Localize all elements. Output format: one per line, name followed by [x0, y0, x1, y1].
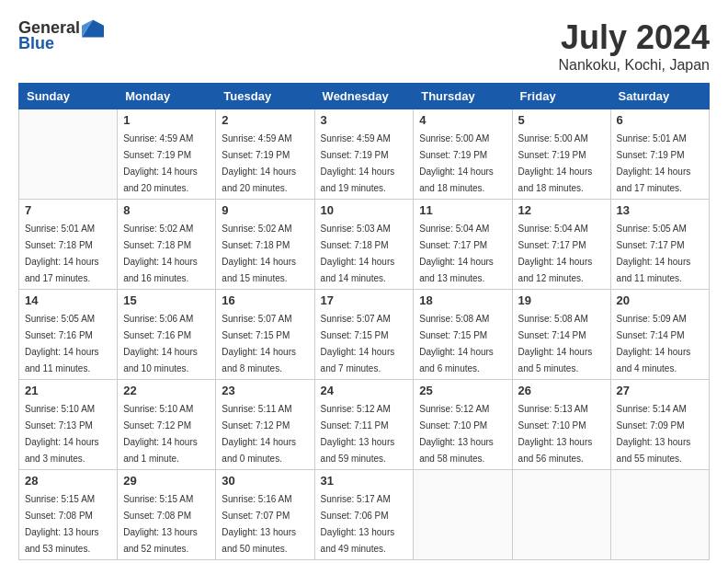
day-info: Sunrise: 5:05 AMSunset: 7:16 PMDaylight:… — [25, 314, 99, 373]
day-info: Sunrise: 5:15 AMSunset: 7:08 PMDaylight:… — [25, 494, 99, 554]
day-info: Sunrise: 5:14 AMSunset: 7:09 PMDaylight:… — [617, 404, 691, 464]
day-info: Sunrise: 4:59 AMSunset: 7:19 PMDaylight:… — [321, 133, 395, 193]
day-info: Sunrise: 5:08 AMSunset: 7:14 PMDaylight:… — [518, 314, 593, 373]
day-number: 8 — [123, 203, 210, 217]
day-number: 10 — [321, 203, 408, 217]
day-info: Sunrise: 5:09 AMSunset: 7:14 PMDaylight:… — [617, 314, 691, 373]
day-number: 15 — [123, 293, 210, 307]
day-number: 26 — [518, 384, 605, 397]
table-row — [512, 470, 610, 560]
day-info: Sunrise: 4:59 AMSunset: 7:19 PMDaylight:… — [123, 133, 198, 193]
table-row: 26 Sunrise: 5:13 AMSunset: 7:10 PMDaylig… — [512, 380, 610, 470]
day-info: Sunrise: 5:10 AMSunset: 7:12 PMDaylight:… — [123, 404, 198, 464]
logo-blue: Blue — [18, 34, 54, 53]
day-info: Sunrise: 5:05 AMSunset: 7:17 PMDaylight:… — [617, 224, 691, 283]
day-number: 5 — [518, 113, 605, 127]
location: Nankoku, Kochi, Japan — [558, 57, 710, 74]
day-info: Sunrise: 5:00 AMSunset: 7:19 PMDaylight:… — [419, 133, 494, 193]
day-info: Sunrise: 5:00 AMSunset: 7:19 PMDaylight:… — [518, 133, 593, 193]
day-number: 31 — [321, 474, 408, 488]
calendar: Sunday Monday Tuesday Wednesday Thursday… — [18, 83, 710, 560]
day-number: 19 — [518, 293, 605, 307]
day-number: 1 — [123, 113, 210, 127]
day-number: 21 — [25, 384, 111, 397]
logo-icon — [82, 19, 104, 38]
day-number: 16 — [222, 293, 308, 307]
calendar-week-5: 28 Sunrise: 5:15 AMSunset: 7:08 PMDaylig… — [19, 470, 710, 560]
table-row: 13 Sunrise: 5:05 AMSunset: 7:17 PMDaylig… — [610, 200, 709, 290]
day-info: Sunrise: 5:01 AMSunset: 7:18 PMDaylight:… — [25, 224, 99, 283]
day-number: 24 — [321, 384, 408, 397]
day-number: 30 — [222, 474, 308, 488]
day-number: 2 — [222, 113, 308, 127]
table-row: 6 Sunrise: 5:01 AMSunset: 7:19 PMDayligh… — [610, 109, 709, 200]
day-info: Sunrise: 5:02 AMSunset: 7:18 PMDaylight:… — [123, 224, 198, 283]
logo: General Blue — [18, 18, 104, 53]
table-row: 24 Sunrise: 5:12 AMSunset: 7:11 PMDaylig… — [314, 380, 414, 470]
table-row: 8 Sunrise: 5:02 AMSunset: 7:18 PMDayligh… — [118, 200, 216, 290]
table-row: 27 Sunrise: 5:14 AMSunset: 7:09 PMDaylig… — [610, 380, 709, 470]
table-row: 12 Sunrise: 5:04 AMSunset: 7:17 PMDaylig… — [512, 200, 610, 290]
col-friday: Friday — [512, 84, 610, 109]
table-row: 15 Sunrise: 5:06 AMSunset: 7:16 PMDaylig… — [118, 290, 216, 380]
table-row: 2 Sunrise: 4:59 AMSunset: 7:19 PMDayligh… — [216, 109, 314, 200]
table-row: 20 Sunrise: 5:09 AMSunset: 7:14 PMDaylig… — [610, 290, 709, 380]
day-info: Sunrise: 5:13 AMSunset: 7:10 PMDaylight:… — [518, 404, 593, 464]
calendar-week-4: 21 Sunrise: 5:10 AMSunset: 7:13 PMDaylig… — [19, 380, 710, 470]
table-row: 10 Sunrise: 5:03 AMSunset: 7:18 PMDaylig… — [314, 200, 414, 290]
day-info: Sunrise: 5:10 AMSunset: 7:13 PMDaylight:… — [25, 404, 99, 464]
day-number: 12 — [518, 203, 605, 217]
table-row: 30 Sunrise: 5:16 AMSunset: 7:07 PMDaylig… — [216, 470, 314, 560]
table-row: 17 Sunrise: 5:07 AMSunset: 7:15 PMDaylig… — [314, 290, 414, 380]
table-row: 28 Sunrise: 5:15 AMSunset: 7:08 PMDaylig… — [19, 470, 118, 560]
table-row: 31 Sunrise: 5:17 AMSunset: 7:06 PMDaylig… — [314, 470, 414, 560]
day-info: Sunrise: 5:12 AMSunset: 7:10 PMDaylight:… — [419, 404, 494, 464]
col-sunday: Sunday — [19, 84, 118, 109]
table-row: 1 Sunrise: 4:59 AMSunset: 7:19 PMDayligh… — [118, 109, 216, 200]
page-header: General Blue July 2024 Nankoku, Kochi, J… — [18, 18, 710, 74]
day-number: 6 — [617, 113, 703, 127]
col-saturday: Saturday — [610, 84, 709, 109]
table-row: 18 Sunrise: 5:08 AMSunset: 7:15 PMDaylig… — [414, 290, 512, 380]
table-row: 7 Sunrise: 5:01 AMSunset: 7:18 PMDayligh… — [19, 200, 118, 290]
month-title: July 2024 — [558, 18, 710, 57]
table-row: 5 Sunrise: 5:00 AMSunset: 7:19 PMDayligh… — [512, 109, 610, 200]
day-info: Sunrise: 5:01 AMSunset: 7:19 PMDaylight:… — [617, 133, 691, 193]
table-row: 11 Sunrise: 5:04 AMSunset: 7:17 PMDaylig… — [414, 200, 512, 290]
table-row: 14 Sunrise: 5:05 AMSunset: 7:16 PMDaylig… — [19, 290, 118, 380]
day-info: Sunrise: 5:02 AMSunset: 7:18 PMDaylight:… — [222, 224, 296, 283]
day-info: Sunrise: 5:11 AMSunset: 7:12 PMDaylight:… — [222, 404, 296, 464]
day-info: Sunrise: 5:06 AMSunset: 7:16 PMDaylight:… — [123, 314, 198, 373]
calendar-week-3: 14 Sunrise: 5:05 AMSunset: 7:16 PMDaylig… — [19, 290, 710, 380]
day-info: Sunrise: 5:07 AMSunset: 7:15 PMDaylight:… — [222, 314, 296, 373]
calendar-week-1: 1 Sunrise: 4:59 AMSunset: 7:19 PMDayligh… — [19, 109, 710, 200]
day-number: 17 — [321, 293, 408, 307]
table-row: 25 Sunrise: 5:12 AMSunset: 7:10 PMDaylig… — [414, 380, 512, 470]
day-info: Sunrise: 5:17 AMSunset: 7:06 PMDaylight:… — [321, 494, 395, 554]
day-info: Sunrise: 5:16 AMSunset: 7:07 PMDaylight:… — [222, 494, 296, 554]
day-number: 20 — [617, 293, 703, 307]
col-tuesday: Tuesday — [216, 84, 314, 109]
day-number: 9 — [222, 203, 308, 217]
day-number: 23 — [222, 384, 308, 397]
day-number: 11 — [419, 203, 506, 217]
title-section: July 2024 Nankoku, Kochi, Japan — [558, 18, 710, 74]
table-row — [610, 470, 709, 560]
day-info: Sunrise: 5:07 AMSunset: 7:15 PMDaylight:… — [321, 314, 395, 373]
table-row — [19, 109, 118, 200]
day-number: 28 — [25, 474, 111, 488]
day-number: 3 — [321, 113, 408, 127]
day-info: Sunrise: 5:15 AMSunset: 7:08 PMDaylight:… — [123, 494, 198, 554]
day-info: Sunrise: 5:04 AMSunset: 7:17 PMDaylight:… — [518, 224, 593, 283]
day-info: Sunrise: 5:04 AMSunset: 7:17 PMDaylight:… — [419, 224, 494, 283]
col-monday: Monday — [118, 84, 216, 109]
day-number: 25 — [419, 384, 506, 397]
day-number: 4 — [419, 113, 506, 127]
day-info: Sunrise: 4:59 AMSunset: 7:19 PMDaylight:… — [222, 133, 296, 193]
table-row: 4 Sunrise: 5:00 AMSunset: 7:19 PMDayligh… — [414, 109, 512, 200]
table-row: 16 Sunrise: 5:07 AMSunset: 7:15 PMDaylig… — [216, 290, 314, 380]
col-wednesday: Wednesday — [314, 84, 414, 109]
day-number: 27 — [617, 384, 703, 397]
table-row — [414, 470, 512, 560]
table-row: 21 Sunrise: 5:10 AMSunset: 7:13 PMDaylig… — [19, 380, 118, 470]
